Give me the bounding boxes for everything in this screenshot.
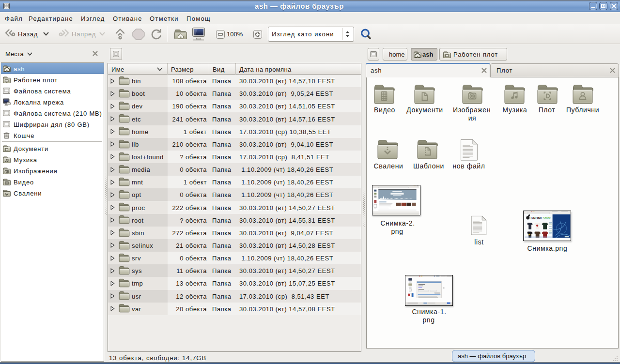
svg-text:GNOME: GNOME (531, 216, 543, 220)
svg-text:Store: Store (543, 216, 551, 220)
